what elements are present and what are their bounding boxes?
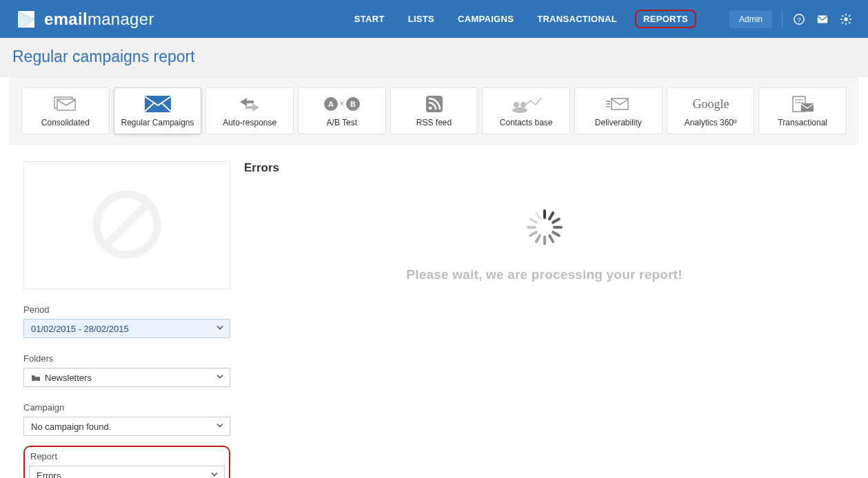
content: Consolidated Regular Campaigns Auto-resp…: [10, 77, 858, 478]
svg-point-29: [521, 102, 526, 107]
report-value: Errors: [37, 470, 61, 479]
svg-line-13: [849, 21, 850, 23]
no-image-icon: [89, 187, 165, 264]
tab-deliverability[interactable]: Deliverability: [574, 87, 663, 134]
period-label: Period: [23, 304, 230, 315]
campaign-field: Campaign No campaign found.: [23, 402, 230, 436]
svg-marker-19: [240, 98, 254, 106]
loading-text: Please wait, we are processing your repo…: [406, 267, 682, 282]
page-title-bar: Regular campaigns report: [0, 38, 868, 77]
tab-label: Analytics 360º: [685, 118, 737, 127]
campaign-value: No campaign found.: [31, 422, 111, 432]
chevron-down-icon: [210, 470, 219, 479]
rss-icon: [425, 94, 444, 114]
tab-transactional[interactable]: Transactional: [758, 87, 847, 134]
tab-auto-response[interactable]: Auto-response: [205, 87, 294, 134]
nav-item-lists[interactable]: LISTS: [403, 10, 440, 28]
svg-text:A: A: [328, 100, 334, 108]
period-value: 01/02/2015 - 28/02/2015: [31, 324, 129, 334]
svg-rect-31: [612, 98, 628, 110]
page-title: Regular campaigns report: [12, 48, 856, 66]
folders-value: Newsletters: [45, 373, 92, 383]
svg-rect-6: [818, 15, 827, 23]
tab-label: A/B Test: [327, 118, 357, 127]
svg-line-41: [105, 203, 148, 246]
top-nav: emailmanager START LISTS CAMPAIGNS TRANS…: [0, 0, 868, 38]
tab-ab-test[interactable]: A×B A/B Test: [298, 87, 386, 134]
report-main: Errors Please wait, we are processing yo…: [244, 161, 845, 478]
tab-rss-feed[interactable]: RSS feed: [390, 87, 478, 134]
report-select[interactable]: Errors: [29, 466, 225, 478]
svg-text:B: B: [350, 100, 356, 108]
stack-envelope-icon: [52, 94, 79, 114]
nav-item-start[interactable]: START: [349, 10, 390, 28]
svg-rect-26: [426, 96, 443, 112]
svg-line-15: [842, 21, 843, 23]
tab-label: Consolidated: [41, 118, 90, 127]
admin-button[interactable]: Admin: [729, 10, 772, 28]
spinner-icon: [527, 209, 563, 245]
nav-item-campaigns[interactable]: CAMPAIGNS: [452, 10, 519, 28]
folders-label: Folders: [23, 353, 230, 364]
svg-rect-17: [57, 99, 75, 110]
report-field-highlight: Report Errors: [23, 446, 230, 478]
help-icon[interactable]: ?: [792, 12, 806, 26]
tab-regular-campaigns[interactable]: Regular Campaigns: [114, 87, 202, 134]
svg-point-7: [844, 17, 847, 21]
envelope-blue-icon: [143, 94, 172, 114]
tab-consolidated[interactable]: Consolidated: [21, 87, 110, 134]
people-line-icon: [509, 94, 543, 114]
gear-icon[interactable]: [839, 12, 853, 26]
ab-circles-icon: A×B: [321, 94, 363, 114]
tab-label: Auto-response: [223, 118, 276, 127]
folders-field: Folders Newsletters: [23, 353, 230, 387]
tab-label: Regular Campaigns: [121, 118, 194, 127]
tab-label: Deliverability: [595, 118, 642, 127]
envelope-send-icon: [606, 94, 631, 114]
divider: [782, 10, 783, 28]
svg-text:Google: Google: [692, 97, 729, 111]
logo-icon: [15, 8, 37, 30]
google-text-icon: Google: [687, 94, 735, 114]
campaign-label: Campaign: [23, 402, 230, 413]
topbar-right: Admin ?: [729, 10, 853, 28]
report-heading: Errors: [244, 161, 845, 175]
nav-item-reports[interactable]: REPORTS: [635, 10, 696, 28]
svg-text:?: ?: [797, 15, 801, 23]
svg-line-12: [842, 15, 843, 17]
svg-text:×: ×: [340, 99, 344, 107]
svg-rect-39: [801, 103, 814, 112]
chevron-down-icon: [216, 324, 224, 334]
tab-analytics-360[interactable]: Google Analytics 360º: [667, 87, 755, 134]
logo[interactable]: emailmanager: [15, 8, 154, 30]
period-field: Period 01/02/2015 - 28/02/2015: [23, 304, 230, 338]
svg-point-28: [514, 102, 519, 107]
folder-icon: [31, 373, 41, 382]
logo-text: emailmanager: [44, 10, 154, 29]
period-select[interactable]: 01/02/2015 - 28/02/2015: [23, 319, 230, 338]
tab-label: Transactional: [778, 118, 827, 127]
arrows-lr-icon: [236, 94, 263, 114]
svg-point-30: [512, 107, 527, 113]
svg-rect-18: [145, 96, 171, 112]
campaign-select[interactable]: No campaign found.: [23, 417, 230, 436]
report-tabs: Consolidated Regular Campaigns Auto-resp…: [10, 77, 858, 145]
svg-marker-20: [245, 103, 259, 112]
campaign-preview: [23, 161, 230, 289]
nav-item-transactional[interactable]: TRANSACTIONAL: [532, 10, 623, 28]
primary-nav: START LISTS CAMPAIGNS TRANSACTIONAL REPO…: [349, 10, 853, 28]
tab-label: RSS feed: [416, 118, 452, 127]
tab-contacts-base[interactable]: Contacts base: [482, 87, 570, 134]
mail-icon[interactable]: [816, 12, 829, 26]
loading-state: Please wait, we are processing your repo…: [244, 209, 845, 282]
svg-point-27: [428, 107, 432, 110]
chevron-down-icon: [216, 422, 224, 432]
filter-sidebar: Period 01/02/2015 - 28/02/2015 Folders N…: [23, 161, 230, 478]
chevron-down-icon: [216, 373, 224, 383]
tab-label: Contacts base: [500, 118, 553, 127]
report-label: Report: [30, 451, 225, 461]
svg-line-14: [849, 15, 850, 17]
folders-select[interactable]: Newsletters: [23, 368, 230, 387]
doc-envelope-icon: [789, 94, 816, 114]
